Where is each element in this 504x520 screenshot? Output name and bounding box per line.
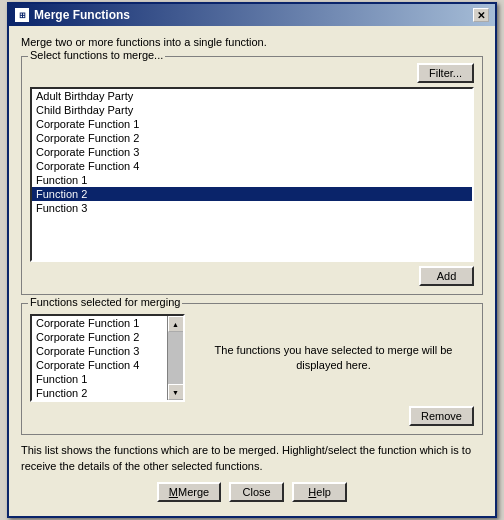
list-item[interactable]: Corporate Function 2 [32, 330, 167, 344]
selected-listbox-items[interactable]: Corporate Function 1 Corporate Function … [32, 316, 167, 400]
dialog-body: Merge two or more functions into a singl… [9, 26, 495, 516]
list-item[interactable]: Adult Birthday Party [32, 89, 472, 103]
scroll-up-button[interactable]: ▲ [168, 316, 184, 332]
list-item[interactable]: Corporate Function 1 [32, 117, 472, 131]
scrollbar[interactable]: ▲ ▼ [167, 316, 183, 400]
selected-list-area: Corporate Function 1 Corporate Function … [30, 314, 185, 402]
list-item[interactable]: Child Birthday Party [32, 103, 472, 117]
close-button[interactable]: ✕ [473, 8, 489, 22]
select-functions-group: Select functions to merge... Filter... A… [21, 56, 483, 295]
add-row: Add [30, 266, 474, 286]
list-item[interactable]: Function 2 [32, 386, 167, 400]
remove-button[interactable]: Remove [409, 406, 474, 426]
scroll-track[interactable] [168, 332, 184, 384]
list-item[interactable]: Function 3 [32, 201, 472, 215]
selected-group-content: Corporate Function 1 Corporate Function … [30, 314, 474, 402]
placeholder-text: The functions you have selected to merge… [193, 314, 474, 402]
filter-button[interactable]: Filter... [417, 63, 474, 83]
titlebar-left: ⊞ Merge Functions [15, 8, 130, 22]
selected-listbox[interactable]: Corporate Function 1 Corporate Function … [30, 314, 185, 402]
list-item[interactable]: Corporate Function 1 [32, 316, 167, 330]
list-item[interactable]: Corporate Function 3 [32, 145, 472, 159]
close-dialog-button[interactable]: Close [229, 482, 284, 502]
select-group-title: Select functions to merge... [28, 49, 165, 61]
help-button[interactable]: Help [292, 482, 347, 502]
merge-functions-dialog: ⊞ Merge Functions ✕ Merge two or more fu… [7, 2, 497, 518]
titlebar: ⊞ Merge Functions ✕ [9, 4, 495, 26]
functions-listbox[interactable]: Adult Birthday Party Child Birthday Part… [30, 87, 474, 262]
list-item[interactable]: Corporate Function 3 [32, 344, 167, 358]
list-item[interactable]: Corporate Function 4 [32, 159, 472, 173]
scroll-down-button[interactable]: ▼ [168, 384, 184, 400]
add-button[interactable]: Add [419, 266, 474, 286]
list-item[interactable]: Corporate Function 4 [32, 358, 167, 372]
list-item[interactable]: Corporate Function 2 [32, 131, 472, 145]
merge-button[interactable]: MMergeMerge [157, 482, 221, 502]
remove-row: Remove [30, 406, 474, 426]
list-item-selected[interactable]: Function 2 [32, 187, 472, 201]
selected-functions-group: Functions selected for merging Corporate… [21, 303, 483, 435]
selected-group-title: Functions selected for merging [28, 296, 182, 308]
dialog-title: Merge Functions [34, 8, 130, 22]
bottom-buttons: MMergeMerge Close Help [21, 482, 483, 506]
list-item[interactable]: Function 1 [32, 372, 167, 386]
list-item[interactable]: Function 1 [32, 173, 472, 187]
filter-row: Filter... [30, 63, 474, 83]
title-icon: ⊞ [15, 8, 29, 22]
info-text: This list shows the functions which are … [21, 443, 483, 474]
description-text: Merge two or more functions into a singl… [21, 36, 483, 48]
